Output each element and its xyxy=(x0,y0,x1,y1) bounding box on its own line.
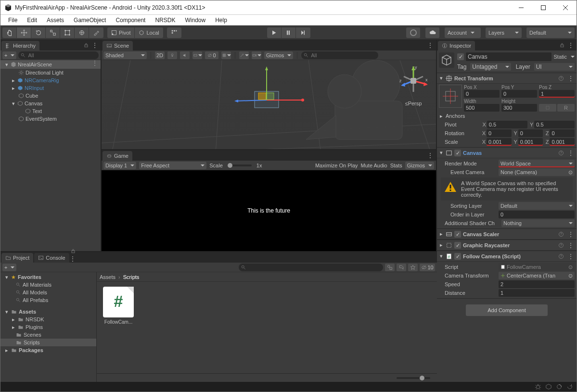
scene-tab[interactable]: Scene xyxy=(103,41,133,51)
raw-edit-button[interactable]: R xyxy=(557,104,575,112)
rot-y-input[interactable] xyxy=(518,129,543,137)
render-mode-dropdown[interactable]: World Space xyxy=(499,160,575,167)
camera-transform-field[interactable]: CenterCamera (Tran⊙ xyxy=(499,272,575,279)
hierarchy-lock-icon[interactable] xyxy=(82,41,90,49)
play-button[interactable] xyxy=(267,27,282,38)
local-toggle[interactable]: Local xyxy=(135,27,163,38)
scene-transform-gizmo[interactable] xyxy=(226,66,312,143)
snap-toggle[interactable] xyxy=(167,27,181,38)
project-search-input[interactable] xyxy=(239,264,383,271)
custom-tool[interactable] xyxy=(89,27,103,38)
scene-options-icon[interactable]: ⋮ xyxy=(426,41,434,49)
posY-input[interactable] xyxy=(501,90,537,98)
project-options-icon[interactable]: ⋮ xyxy=(69,255,77,263)
hierarchy-options-icon[interactable]: ⋮ xyxy=(91,41,99,49)
layer-dropdown[interactable]: UI xyxy=(534,63,575,71)
project-search-by-type[interactable] xyxy=(385,264,395,271)
hierarchy-tab[interactable]: Hierarchy xyxy=(1,41,39,51)
game-stats-toggle[interactable]: Stats xyxy=(390,163,402,168)
scene-gizmos-dropdown[interactable]: Gizmos xyxy=(264,51,293,59)
hierarchy-item-eventsystem[interactable]: EventSystem xyxy=(0,115,101,123)
event-camera-field[interactable]: None (Camera)⊙ xyxy=(499,168,575,176)
scene-tools-toggle[interactable] xyxy=(239,51,249,59)
scene-grid-toggle[interactable] xyxy=(221,51,231,59)
rot-x-input[interactable] xyxy=(487,129,512,137)
rect-transform-header[interactable]: ▾ Rect Transform ? ⋮ xyxy=(437,73,577,84)
game-scale-slider[interactable] xyxy=(228,164,252,166)
hierarchy-item-text[interactable]: Text xyxy=(0,107,101,115)
project-hidden-toggle[interactable]: 10 xyxy=(420,264,435,271)
game-display-dropdown[interactable]: Display 1 xyxy=(103,162,136,169)
component-help-icon[interactable]: ? xyxy=(557,149,565,157)
scl-z-input[interactable] xyxy=(550,138,575,146)
favorites-header[interactable]: ▾★Favorites xyxy=(0,273,96,281)
crumb-scripts[interactable]: Scripts xyxy=(123,274,140,280)
scene-search-input[interactable] xyxy=(301,51,378,59)
project-create-dropdown[interactable]: + xyxy=(2,264,16,271)
assets-header[interactable]: ▾Assets xyxy=(0,308,96,316)
hierarchy-scene-row[interactable]: ▾ NrealAirScene ⋮ xyxy=(0,60,101,69)
object-picker-icon[interactable]: ⊙ xyxy=(568,169,573,176)
window-maximize-button[interactable] xyxy=(532,0,554,15)
crumb-assets[interactable]: Assets xyxy=(100,274,115,280)
anchors-label[interactable]: Anchors xyxy=(446,113,465,119)
hierarchy-item-nrcamerarig[interactable]: ▸ NRCameraRig xyxy=(0,76,101,84)
order-in-layer-input[interactable] xyxy=(499,211,575,218)
pause-button[interactable] xyxy=(282,27,296,38)
folder-scenes[interactable]: Scenes xyxy=(0,331,96,339)
fav-all-models[interactable]: All Models xyxy=(0,289,96,296)
step-button[interactable] xyxy=(296,27,310,38)
window-close-button[interactable] xyxy=(554,0,577,15)
pivot-x-input[interactable] xyxy=(487,121,527,128)
scene-camera-toggle[interactable] xyxy=(252,51,261,59)
gameobject-name-input[interactable] xyxy=(466,52,551,61)
packages-header[interactable]: ▸Packages xyxy=(0,346,96,354)
window-minimize-button[interactable] xyxy=(510,0,532,15)
status-refresh-icon[interactable] xyxy=(566,383,574,391)
scene-persp-label[interactable]: ≤Persp xyxy=(397,101,430,106)
transform-tool[interactable] xyxy=(75,27,89,38)
project-search-by-label[interactable] xyxy=(397,264,406,271)
graphic-raycaster-header[interactable]: ▸ Graphic Raycaster ? ⋮ xyxy=(437,240,577,251)
hand-tool[interactable] xyxy=(2,27,17,38)
scene-effects-toggle[interactable] xyxy=(192,51,202,59)
script-field[interactable]: FollowCamera⊙ xyxy=(499,263,575,271)
anchor-presets-button[interactable] xyxy=(439,85,462,108)
pivot-toggle[interactable]: Pivot xyxy=(107,27,135,38)
rotate-tool[interactable] xyxy=(31,27,46,38)
status-bug-icon[interactable] xyxy=(534,383,542,391)
canvas-scaler-header[interactable]: ▸ Canvas Scaler ? ⋮ xyxy=(437,229,577,240)
scene-shading-dropdown[interactable]: Shaded xyxy=(103,51,147,59)
scene-2d-toggle[interactable]: 2D xyxy=(155,51,165,59)
inspector-options-icon[interactable]: ⋮ xyxy=(567,41,575,49)
follow-camera-header[interactable]: ▾ # Follow Camera (Script) ? ⋮ xyxy=(437,251,577,262)
height-input[interactable] xyxy=(501,104,537,112)
fav-all-materials[interactable]: All Materials xyxy=(0,281,96,289)
scl-y-input[interactable] xyxy=(518,138,543,146)
fav-all-prefabs[interactable]: All Prefabs xyxy=(0,296,96,304)
scale-tool[interactable] xyxy=(46,27,60,38)
project-favorite-search[interactable] xyxy=(408,264,418,271)
menu-assets[interactable]: Assets xyxy=(42,16,69,25)
folder-plugins[interactable]: ▸Plugins xyxy=(0,323,96,331)
console-tab[interactable]: Console xyxy=(34,253,69,263)
menu-file[interactable]: File xyxy=(3,16,22,25)
account-dropdown[interactable]: Account xyxy=(445,27,481,38)
component-options-icon[interactable]: ⋮ xyxy=(567,253,575,260)
component-help-icon[interactable]: ? xyxy=(557,253,565,260)
game-aspect-dropdown[interactable]: Free Aspect xyxy=(139,162,206,169)
inspector-tab[interactable]: Inspector xyxy=(438,41,475,51)
game-maximize-toggle[interactable]: Maximize On Play xyxy=(315,163,358,168)
game-mute-toggle[interactable]: Mute Audio xyxy=(361,163,387,168)
hierarchy-item-canvas[interactable]: ▾ Canvas xyxy=(0,100,101,107)
speed-input[interactable] xyxy=(499,280,575,288)
rot-z-input[interactable] xyxy=(550,129,575,137)
project-lock-icon[interactable] xyxy=(69,247,77,255)
add-component-button[interactable]: Add Component xyxy=(466,304,548,316)
project-thumb-size-slider[interactable] xyxy=(397,377,430,379)
hierarchy-item-nrinput[interactable]: ▸ NRInput xyxy=(0,84,101,92)
canvas-component-header[interactable]: ▾ Canvas ? ⋮ xyxy=(437,148,577,158)
component-help-icon[interactable]: ? xyxy=(557,241,565,249)
gameobject-active-checkbox[interactable] xyxy=(457,53,464,60)
move-tool[interactable] xyxy=(17,27,31,38)
